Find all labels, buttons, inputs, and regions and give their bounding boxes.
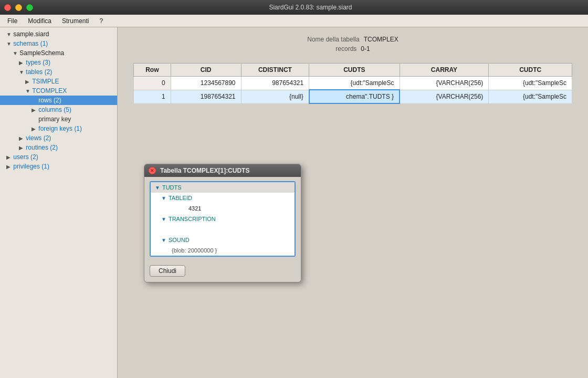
dlg-tree-tableid-value: 4321 bbox=[151, 203, 295, 214]
col-header-cid: CID bbox=[171, 64, 241, 77]
dlg-tree-transcription[interactable]: ▼ TRANSCRIPTION bbox=[151, 214, 295, 224]
cell-row1-cudtc: {udt:"SampleSc bbox=[489, 90, 572, 103]
sidebar-item-foreign-keys[interactable]: ▶ foreign keys (1) bbox=[0, 124, 117, 133]
cell-row1-cdistinct: {null} bbox=[241, 90, 309, 103]
menu-strumenti[interactable]: Strumenti bbox=[57, 16, 94, 26]
main-layout: ▼ sample.siard ▼ schemas (1) ▼ SampleSch… bbox=[0, 27, 588, 378]
col-header-cdistinct: CDISTINCT bbox=[241, 64, 309, 77]
cell-row1-carray: {VARCHAR(256) bbox=[400, 90, 489, 103]
sidebar-item-users[interactable]: ▶ users (2) bbox=[0, 152, 117, 162]
cell-row0-carray: {VARCHAR(256) bbox=[400, 77, 489, 90]
cell-detail-dialog: ✕ Tabella TCOMPLEX[1]:CUDTS ▼ TUDTS ▼ TA… bbox=[144, 164, 301, 282]
col-header-cudts: CUDTS bbox=[309, 64, 400, 77]
dialog-body: ▼ TUDTS ▼ TABLEID 4321 ▼ TRAN bbox=[144, 177, 301, 261]
dlg-tree-sound-value: {blob: 20000000 } bbox=[151, 245, 295, 256]
cell-row1-cudts[interactable]: chema".TUDTS } bbox=[309, 90, 400, 103]
window-title: SiardGui 2.0.83: sample.siard bbox=[37, 4, 584, 11]
cell-row0-cudts: {udt:"SampleSc bbox=[309, 77, 400, 90]
menu-help[interactable]: ? bbox=[94, 16, 108, 26]
table-info: Nome della tabella TCOMPLEX records 0-1 bbox=[128, 36, 578, 55]
minimize-button[interactable] bbox=[15, 4, 22, 11]
menubar: File Modifica Strumenti ? bbox=[0, 15, 588, 27]
sidebar-item-types[interactable]: ▶ types (3) bbox=[0, 58, 117, 67]
close-button[interactable] bbox=[4, 4, 11, 11]
maximize-button[interactable] bbox=[26, 4, 33, 11]
cell-row1-rownum: 1 bbox=[134, 90, 171, 103]
menu-file[interactable]: File bbox=[2, 16, 23, 26]
table-row[interactable]: 1 1987654321 {null} chema".TUDTS } {VARC… bbox=[134, 90, 572, 103]
dialog-title: Tabella TCOMPLEX[1]:CUDTS bbox=[160, 167, 249, 174]
sidebar-item-sampleschema[interactable]: ▼ SampleSchema bbox=[0, 48, 117, 58]
dlg-tree-tudts[interactable]: ▼ TUDTS bbox=[151, 182, 295, 193]
sidebar-item-schemas[interactable]: ▼ schemas (1) bbox=[0, 39, 117, 48]
sidebar-item-tsimple[interactable]: ▶ TSIMPLE bbox=[0, 77, 117, 86]
content-area: Nome della tabella TCOMPLEX records 0-1 … bbox=[118, 27, 588, 378]
cell-row0-cudtc: {udt:"SampleSc bbox=[489, 77, 572, 90]
dialog-button-row: Chiudi bbox=[144, 261, 301, 282]
dlg-tree-transcription-value bbox=[151, 224, 295, 235]
sidebar-item-primary-key[interactable]: primary key bbox=[0, 114, 117, 124]
sidebar-item-root[interactable]: ▼ sample.siard bbox=[0, 29, 117, 39]
records-label: records bbox=[335, 45, 356, 52]
table-name-label: Nome della tabella bbox=[307, 36, 359, 43]
table-name-value: TCOMPLEX bbox=[364, 36, 398, 43]
cell-row0-cdistinct: 987654321 bbox=[241, 77, 309, 90]
col-header-carray: CARRAY bbox=[400, 64, 489, 77]
sidebar-item-columns[interactable]: ▶ columns (5) bbox=[0, 105, 117, 114]
col-header-row: Row bbox=[134, 64, 171, 77]
sidebar-item-privileges[interactable]: ▶ privileges (1) bbox=[0, 162, 117, 171]
sidebar-item-routines[interactable]: ▶ routines (2) bbox=[0, 143, 117, 152]
table-row[interactable]: 0 1234567890 987654321 {udt:"SampleSc {V… bbox=[134, 77, 572, 90]
col-header-cudtc: CUDTC bbox=[489, 64, 572, 77]
dialog-titlebar: ✕ Tabella TCOMPLEX[1]:CUDTS bbox=[144, 164, 301, 177]
cell-row0-rownum: 0 bbox=[134, 77, 171, 90]
titlebar: SiardGui 2.0.83: sample.siard bbox=[0, 0, 588, 15]
dlg-tree-sound[interactable]: ▼ SOUND bbox=[151, 235, 295, 245]
sidebar: ▼ sample.siard ▼ schemas (1) ▼ SampleSch… bbox=[0, 27, 118, 378]
data-table: Row CID CDISTINCT CUDTS CARRAY CUDTC 0 1… bbox=[133, 63, 572, 104]
cell-row0-cid: 1234567890 bbox=[171, 77, 241, 90]
sidebar-item-views[interactable]: ▶ views (2) bbox=[0, 133, 117, 143]
cell-row1-cid: 1987654321 bbox=[171, 90, 241, 103]
dialog-tree: ▼ TUDTS ▼ TABLEID 4321 ▼ TRAN bbox=[150, 181, 296, 257]
dlg-tree-tableid[interactable]: ▼ TABLEID bbox=[151, 193, 295, 203]
sidebar-item-tables[interactable]: ▼ tables (2) bbox=[0, 67, 117, 77]
menu-modifica[interactable]: Modifica bbox=[23, 16, 57, 26]
sidebar-item-rows[interactable]: rows (2) bbox=[0, 96, 117, 105]
records-value: 0-1 bbox=[361, 45, 370, 52]
dialog-close-icon[interactable]: ✕ bbox=[149, 167, 156, 174]
sidebar-item-tcomplex[interactable]: ▼ TCOMPLEX bbox=[0, 86, 117, 96]
dialog-close-button[interactable]: Chiudi bbox=[150, 265, 185, 277]
